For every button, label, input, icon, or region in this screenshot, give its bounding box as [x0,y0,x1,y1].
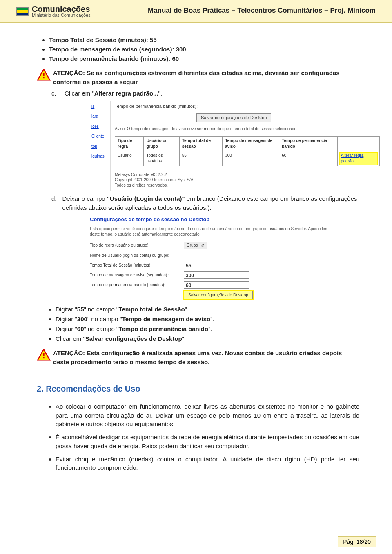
attention-block-2: ATENÇÃO: Esta configuração é realizada a… [37,349,359,367]
table-row: Usuario Todos os usuários 55 300 60 Alte… [115,151,380,166]
screenshot-footer: Metasys Corporate MC 2.2.2 Copyright 200… [115,172,380,188]
list-item: Tempo Total de Sessão (minutos): 55 [49,36,359,44]
col-header: Usuário ou grupo [144,136,179,151]
col-header: Tempo de mensagem de aviso [223,136,279,151]
tempo-banido-input[interactable]: 60 [184,281,249,289]
step-d: d. Deixar o campo "Usuário (Login da con… [51,194,359,212]
svg-rect-1 [43,73,44,76]
list-item: É aconselhável desligar os equipamentos … [56,433,359,451]
svg-rect-4 [43,353,44,356]
svg-rect-5 [43,357,44,358]
tipo-regra-select[interactable]: Grupo⇵ [184,242,207,249]
col-header: Tipo de regra [115,136,144,151]
rules-table: Tipo de regra Usuário ou grupo Tempo tot… [115,136,380,166]
step-c: c. Clicar em "Alterar regra padrão...". [51,89,359,98]
attention-block-1: ATENÇÃO: Se as configurações estiverem d… [37,69,359,87]
list-item: Tempo de mensagem de aviso (segundos): 3… [49,45,359,54]
screenshot-config-form: Configurações de tempo de sessão no Desk… [90,216,335,299]
field-label: Tempo Total de Sessão (minutos): [90,263,184,269]
list-item: Clicar em "Salvar configurações de Deskt… [56,334,359,343]
save-desktop-button[interactable]: Salvar configurações de Desktop [196,113,271,122]
field-label: Tipo de regra (usuário ou grupo): [90,243,184,249]
step-letter: c. [51,89,59,98]
save-desktop-button-highlighted[interactable]: Salvar configurações de Desktop [184,291,253,300]
list-item: Tempo de permanência banido (minutos): 6… [49,54,359,63]
attention-text: Esta configuração é realizada apenas uma… [53,349,342,365]
attention-label: ATENÇÃO: [53,349,85,356]
attention-text: Se as configurações estiverem diferentes… [53,69,340,85]
aviso-text: Aviso: O tempo de mensagem de aviso deve… [115,126,380,132]
field-label: Tempo de permanencia banido (minutos): [90,282,184,288]
brazil-flag-icon [16,7,29,16]
field-label: Nome de Usuário (login da conta) ou grup… [90,253,184,259]
logo-title: Comunicações [32,5,91,13]
banido-input[interactable] [202,103,312,110]
col-header: Tempo de permanencia banido [279,136,338,151]
list-item: Digitar "55" no campo "Tempo total de Se… [56,305,359,314]
list-item: Evitar choque mecânico (quedas) contra o… [56,455,359,473]
screenshot-rules-table: is iara ices Cliente top iquinas Tempo d… [90,101,384,191]
form-description: Esta opção permite você configurar o tem… [90,226,335,237]
page-header: Comunicações Ministério das Comunicações… [0,0,392,23]
field-label: Tempo de permanencia banido (minutos): [115,103,198,110]
chevron-updown-icon: ⇵ [200,243,205,249]
step-letter: d. [51,194,57,212]
list-item: Ao colocar o computador em funcionamento… [56,402,359,429]
document-title: Manual de Boas Práticas – Telecentros Co… [148,7,376,16]
section-heading-2: 2. Recomendações de Uso [37,383,359,395]
col-header: Tempo total de sessao [179,136,223,151]
list-item: Digitar "300" no campo "Tempo de mensage… [56,315,359,324]
field-label: Tempo de mensagem de aviso (segundos).: [90,272,184,278]
settings-bullets: Tempo Total de Sessão (minutos): 55 Temp… [49,36,359,63]
warning-icon [37,69,51,81]
form-title: Configurações de tempo de sessão no Desk… [90,216,335,224]
logo: Comunicações Ministério das Comunicações [16,5,91,18]
alterar-regra-link[interactable]: Alterar regra padrão... [340,153,377,165]
attention-label: ATENÇÃO: [53,69,85,76]
usuario-login-input[interactable] [184,252,249,259]
tempo-aviso-input[interactable]: 300 [184,271,249,279]
list-item: Digitar "60" no campo "Tempo de permanên… [56,325,359,334]
page-number: Pág. 18/20 [338,536,376,547]
instruction-bullets: Digitar "55" no campo "Tempo total de Se… [56,305,359,343]
svg-rect-2 [43,77,44,78]
col-header [337,136,379,151]
tempo-total-input[interactable]: 55 [184,262,249,269]
warning-icon [37,349,51,361]
screenshot-sidebar-fragment: is iara ices Cliente top iquinas [90,101,110,191]
logo-subtitle: Ministério das Comunicações [32,13,91,18]
recommendation-bullets: Ao colocar o computador em funcionamento… [56,402,359,472]
